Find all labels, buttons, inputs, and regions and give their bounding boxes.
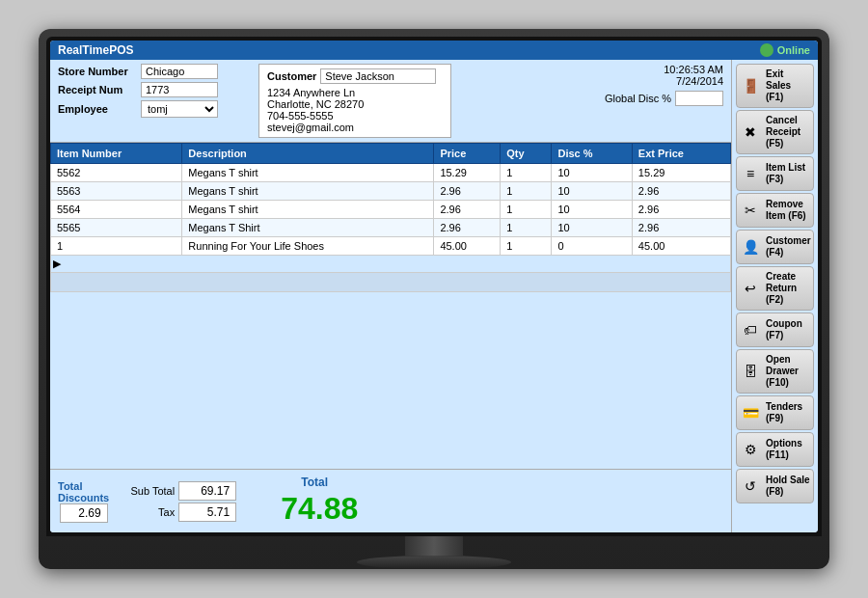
big-total-value: 74.88 [261,491,377,527]
header-info: Store Number Chicago Receipt Num 1773 Em… [50,60,731,143]
btn-icon-item-list: ≡ [739,162,762,185]
cell-ext: 45.00 [632,237,730,256]
monitor-stand-neck [405,536,463,556]
btn-coupon[interactable]: 🏷 Coupon (F7) [736,313,814,347]
global-disc-input[interactable] [675,91,723,106]
btn-label-remove-item: Remove Item (F6) [766,199,811,222]
customer-name-input[interactable] [320,68,436,84]
btn-label-cancel-receipt: Cancel Receipt (F5) [766,115,811,150]
receipt-label: Receipt Num [58,84,135,95]
monitor-stand-base [357,556,511,569]
cell-item: 5562 [51,164,182,182]
table-row[interactable]: 5562 Megans T shirt 15.29 1 10 15.29 [51,164,731,182]
monitor: RealTimePOS Online [39,29,829,569]
app-title: RealTimePOS [58,43,133,57]
title-bar: RealTimePOS Online [50,41,818,60]
btn-icon-coupon: 🏷 [739,318,762,341]
pos-screen: RealTimePOS Online [50,41,818,532]
cell-price: 2.96 [434,201,501,219]
cell-qty: 1 [501,182,552,201]
table-row[interactable]: 5564 Megans T shirt 2.96 1 10 2.96 [51,201,731,219]
employee-label: Employee [58,103,135,115]
cell-ext: 2.96 [632,219,730,237]
customer-label: Customer [267,70,316,82]
items-table: Item Number Description Price Qty Disc %… [50,143,731,469]
cell-description: Megans T shirt [182,201,434,219]
cell-price: 15.29 [434,164,501,182]
sidebar-buttons: 🚪 Exit Sales (F1) ✖ Cancel Receipt (F5) … [731,60,818,532]
cell-disc: 10 [552,182,632,201]
tax-value: 5.71 [178,503,236,522]
online-icon [760,43,773,57]
arrow-icon: ▶ [53,258,61,269]
cell-item: 5564 [51,201,182,219]
discounts-value: 2.69 [60,503,108,523]
empty-cell [51,273,731,292]
store-label: Store Number [58,66,135,77]
cell-ext: 2.96 [632,182,730,201]
col-item-number: Item Number [51,144,182,164]
btn-icon-create-return: ↩ [739,277,762,300]
tax-label: Tax [117,506,175,518]
btn-icon-tenders: 💳 [739,401,762,424]
table-row[interactable]: 5563 Megans T shirt 2.96 1 10 2.96 [51,182,731,201]
btn-exit-sales[interactable]: 🚪 Exit Sales (F1) [736,64,814,108]
btn-open-drawer[interactable]: 🗄 Open Drawer (F10) [736,349,814,394]
btn-cancel-receipt[interactable]: ✖ Cancel Receipt (F5) [736,110,814,154]
btn-icon-hold-sale: ↺ [739,475,762,498]
cell-ext: 2.96 [632,201,730,219]
btn-icon-open-drawer: 🗄 [739,360,762,383]
cell-qty: 1 [501,164,552,182]
date-display: 7/24/2014 [664,75,723,87]
cell-disc: 10 [552,201,632,219]
total-header: Total [301,476,328,489]
employee-select[interactable]: tomj [141,100,218,118]
btn-label-item-list: Item List (F3) [766,162,811,185]
online-status: Online [760,43,810,57]
arrow-cell: ▶ [51,256,731,273]
btn-item-list[interactable]: ≡ Item List (F3) [736,156,814,191]
btn-create-return[interactable]: ↩ Create Return (F2) [736,266,814,311]
customer-phone: 704-555-5555 [267,110,443,122]
col-ext-price: Ext Price [632,144,730,164]
cell-description: Running For Your Life Shoes [182,237,434,256]
cell-item: 5563 [51,182,182,201]
cell-disc: 0 [552,237,632,256]
btn-label-open-drawer: Open Drawer (F10) [766,354,811,389]
btn-hold-sale[interactable]: ↺ Hold Sale (F8) [736,469,814,503]
receipt-value: 1773 [141,82,218,97]
btn-label-hold-sale: Hold Sale (F8) [766,475,811,498]
cell-price: 45.00 [434,237,501,256]
btn-label-options: Options (F11) [766,438,811,461]
btn-label-exit-sales: Exit Sales (F1) [766,68,811,103]
table-row[interactable]: 1 Running For Your Life Shoes 45.00 1 0 … [51,237,731,256]
btn-options[interactable]: ⚙ Options (F11) [736,432,814,467]
btn-icon-options: ⚙ [739,438,762,461]
col-description: Description [182,144,434,164]
btn-label-customer: Customer (F4) [766,235,811,258]
btn-icon-customer: 👤 [739,235,762,258]
cell-description: Megans T Shirt [182,219,434,237]
btn-icon-exit-sales: 🚪 [739,74,762,97]
btn-remove-item[interactable]: ✂ Remove Item (F6) [736,193,814,228]
col-price: Price [434,144,501,164]
cell-qty: 1 [501,201,552,219]
cell-description: Megans T shirt [182,164,434,182]
global-disc-row: Global Disc % [605,91,723,106]
btn-customer[interactable]: 👤 Customer (F4) [736,230,814,264]
cell-price: 2.96 [434,182,501,201]
btn-label-tenders: Tenders (F9) [766,401,811,424]
footer-totals: TotalDiscounts 2.69 Sub Total 69.17 [50,469,731,532]
customer-email: stevej@gmail.com [267,122,443,133]
cell-disc: 10 [552,164,632,182]
btn-icon-cancel-receipt: ✖ [739,121,762,144]
cell-qty: 1 [501,237,552,256]
col-qty: Qty [501,144,552,164]
table-row[interactable]: 5565 Megans T Shirt 2.96 1 10 2.96 [51,219,731,237]
btn-tenders[interactable]: 💳 Tenders (F9) [736,395,814,430]
cell-ext: 15.29 [632,164,730,182]
table-header: Item Number Description Price Qty Disc %… [51,144,731,164]
col-disc: Disc % [552,144,632,164]
discounts-label: TotalDiscounts [58,480,109,503]
btn-icon-remove-item: ✂ [739,199,762,222]
